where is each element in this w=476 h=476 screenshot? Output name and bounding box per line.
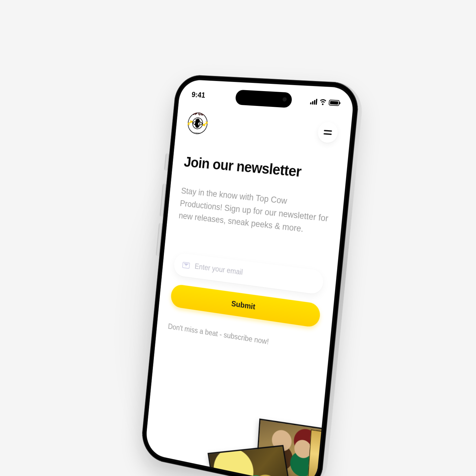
- battery-icon: [328, 100, 340, 106]
- app-header: TOP COW PRODUCTIONS, INC.: [187, 110, 339, 146]
- comic-panel-front: [207, 445, 294, 476]
- phone-screen: 9:41 TOP COW: [145, 79, 355, 476]
- subscribe-note: Don't miss a beat - subscribe now!: [168, 322, 317, 353]
- page-blurb: Stay in the know with Top Cow Production…: [178, 184, 331, 238]
- phone-front-glass: 9:41 TOP COW: [140, 74, 361, 476]
- mail-icon: [182, 262, 190, 269]
- status-right-cluster: [310, 99, 340, 106]
- menu-button[interactable]: [317, 121, 339, 143]
- phone-mockup: 9:41 TOP COW: [140, 74, 361, 476]
- logo-bottom-text: PRODUCTIONS, INC.: [187, 131, 207, 135]
- scene: 9:41 TOP COW: [140, 39, 336, 437]
- page-title: Join our newsletter: [183, 153, 334, 183]
- wifi-icon: [319, 99, 327, 105]
- status-time: 9:41: [191, 90, 206, 100]
- cellular-icon: [310, 99, 317, 105]
- comic-panel-back: [255, 419, 327, 476]
- app-content: TOP COW PRODUCTIONS, INC. Join our newsl…: [145, 79, 355, 476]
- brand-logo[interactable]: TOP COW PRODUCTIONS, INC.: [187, 112, 209, 135]
- comic-art: [202, 413, 330, 476]
- email-input[interactable]: [194, 262, 314, 286]
- logo-top-text: TOP COW: [189, 112, 208, 116]
- hamburger-icon: [323, 130, 332, 135]
